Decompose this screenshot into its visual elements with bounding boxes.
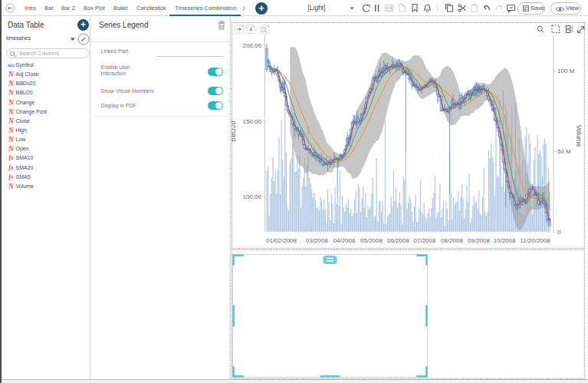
svg-text:BBU20: BBU20 xyxy=(232,121,237,141)
svg-text:03/2008: 03/2008 xyxy=(306,237,328,244)
svg-text:08/2008: 08/2008 xyxy=(441,237,463,244)
svg-text:50 M: 50 M xyxy=(557,148,571,155)
svg-text:Volume: Volume xyxy=(575,125,583,147)
svg-text:09/2008: 09/2008 xyxy=(468,237,490,244)
svg-text:01/02/2008: 01/02/2008 xyxy=(266,237,297,244)
svg-text:05/2008: 05/2008 xyxy=(360,237,383,244)
svg-text:100 M: 100 M xyxy=(557,68,575,74)
svg-text:06/2008: 06/2008 xyxy=(387,237,409,244)
svg-text:200.00: 200.00 xyxy=(243,42,262,49)
svg-text:10/2008: 10/2008 xyxy=(494,237,516,244)
svg-text:100.00: 100.00 xyxy=(243,193,262,200)
svg-text:04/2008: 04/2008 xyxy=(333,237,356,244)
svg-text:11/20/2008: 11/20/2008 xyxy=(520,237,550,244)
svg-text:150.00: 150.00 xyxy=(243,118,262,125)
svg-text:07/2008: 07/2008 xyxy=(414,237,436,244)
svg-text:0: 0 xyxy=(557,229,561,236)
